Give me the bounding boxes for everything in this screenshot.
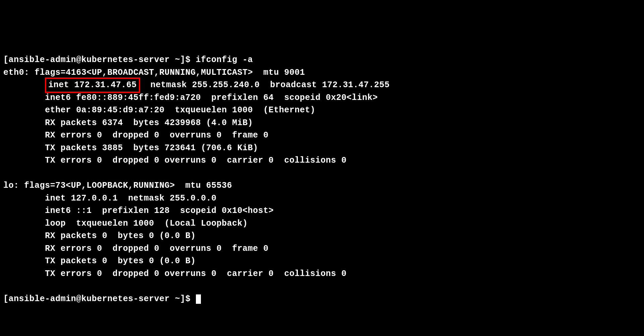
eth0-tx-packets: TX packets 3885 bytes 723641 (706.6 KiB) [3,142,641,155]
lo-header: lo: flags=73<UP,LOOPBACK,RUNNING> mtu 65… [3,179,641,192]
terminal-output: [ansible-admin@kubernetes-server ~]$ ifc… [3,54,641,305]
eth0-inet-rest: netmask 255.255.240.0 broadcast 172.31.4… [140,80,390,90]
eth0-ether: ether 0a:89:45:d9:a7:20 txqueuelen 1000 … [3,104,641,117]
lo-rx-errors: RX errors 0 dropped 0 overruns 0 frame 0 [3,242,641,255]
blank-line-2 [3,280,641,293]
eth0-rx-errors: RX errors 0 dropped 0 overruns 0 frame 0 [3,129,641,142]
lo-loop: loop txqueuelen 1000 (Local Loopback) [3,217,641,230]
eth0-header: eth0: flags=4163<UP,BROADCAST,RUNNING,MU… [3,66,641,79]
blank-line [3,167,641,180]
prompt-line[interactable]: [ansible-admin@kubernetes-server ~]$ [3,293,641,305]
cursor-icon [196,294,201,304]
eth0-inet-line: inet 172.31.47.65 netmask 255.255.240.0 … [3,79,641,92]
lo-tx-packets: TX packets 0 bytes 0 (0.0 B) [3,255,641,268]
eth0-rx-packets: RX packets 6374 bytes 4239968 (4.0 MiB) [3,117,641,129]
eth0-tx-errors: TX errors 0 dropped 0 overruns 0 carrier… [3,154,641,167]
lo-tx-errors: TX errors 0 dropped 0 overruns 0 carrier… [3,268,641,280]
lo-rx-packets: RX packets 0 bytes 0 (0.0 B) [3,230,641,242]
lo-inet6: inet6 ::1 prefixlen 128 scopeid 0x10<hos… [3,205,641,217]
lo-inet: inet 127.0.0.1 netmask 255.0.0.0 [3,192,641,205]
eth0-inet-highlighted: inet 172.31.47.65 [45,77,140,93]
eth0-inet6: inet6 fe80::889:45ff:fed9:a720 prefixlen… [3,92,641,104]
eth0-inet-indent [3,80,45,90]
shell-prompt: [ansible-admin@kubernetes-server ~]$ [3,55,196,65]
command-text: ifconfig -a [196,55,253,65]
command-line: [ansible-admin@kubernetes-server ~]$ ifc… [3,54,641,66]
shell-prompt-2: [ansible-admin@kubernetes-server ~]$ [3,294,196,304]
